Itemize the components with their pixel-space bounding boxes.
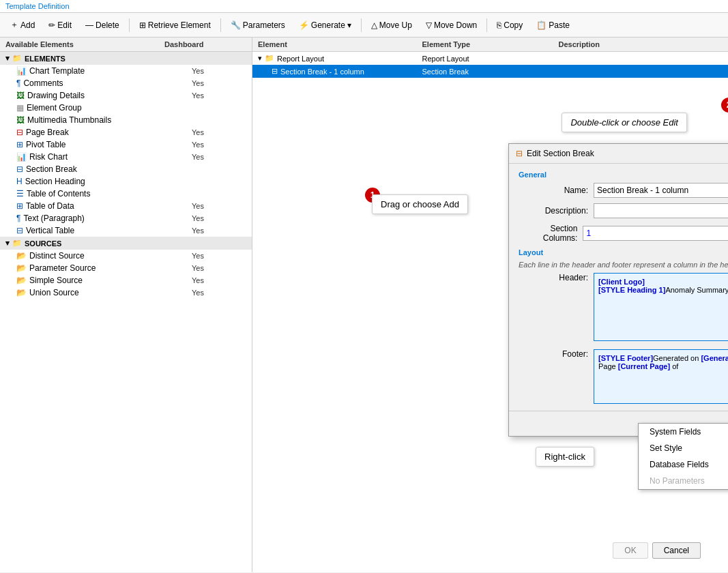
description-label: Description: — [519, 206, 594, 216]
multimedia-icon: 🖼 — [16, 115, 25, 125]
edit-button[interactable]: ✏ Edit — [42, 18, 78, 33]
section-columns-row: Section Columns: — [519, 224, 728, 243]
generate-button[interactable]: ⚡ Generate ▾ — [293, 18, 358, 33]
section-heading-icon: H — [16, 177, 23, 186]
sources-group-header[interactable]: ▾ 📁 SOURCES — [0, 237, 252, 250]
tree-item-table-data[interactable]: ⊞ Table of Data Yes — [0, 200, 252, 212]
risk-chart-icon: 📊 — [16, 152, 27, 162]
paste-icon: 📋 — [536, 20, 547, 30]
tree-item-risk-chart[interactable]: 📊 Risk Chart Yes — [0, 151, 252, 163]
description-input[interactable]: ✕ — [594, 203, 728, 218]
tree-item-page-break[interactable]: ⊟ Page Break Yes — [0, 126, 252, 138]
context-menu: System Fields ▶ Set Style ▶ Database Fie… — [638, 423, 728, 490]
tree-item-vertical-table[interactable]: ⊟ Vertical Table Yes — [0, 224, 252, 237]
tree-item-multimedia[interactable]: 🖼 Multimedia Thumbnails — [0, 114, 252, 126]
pivot-table-icon: ⊞ — [16, 140, 23, 149]
left-panel-header: Available Elements Dashboard — [0, 38, 252, 52]
retrieve-icon: ⊞ — [139, 20, 146, 30]
page-break-icon: ⊟ — [16, 128, 23, 137]
copy-icon: ⎘ — [497, 20, 501, 30]
general-section-label: General — [519, 171, 728, 179]
paste-button[interactable]: 📋 Paste — [530, 18, 576, 33]
bottom-ok-button[interactable]: OK — [613, 542, 647, 559]
tree-item-union-source[interactable]: 📂 Union Source Yes — [0, 286, 252, 299]
description-row: Description: ✕ — [519, 203, 728, 218]
tree-item-section-break[interactable]: ⊟ Section Break — [0, 163, 252, 175]
section-break-element-icon: ⊟ — [272, 67, 278, 76]
delete-button[interactable]: — Delete — [79, 18, 126, 33]
report-layout-collapse-icon: ▾ — [258, 54, 262, 63]
edit-section-break-dialog: ⊟ Edit Section Break — □ ✕ General Name: — [508, 143, 728, 437]
report-layout-icon: 📁 — [265, 54, 274, 63]
report-layout-row[interactable]: ▾ 📁 Report Layout Report Layout — [252, 52, 728, 65]
tree-item-parameter-source[interactable]: 📂 Parameter Source Yes — [0, 262, 252, 274]
dialog-titlebar: ⊟ Edit Section Break — □ ✕ — [509, 144, 728, 164]
simple-source-icon: 📂 — [16, 276, 27, 285]
add-button[interactable]: ＋ Add — [4, 16, 41, 33]
tree-item-section-heading[interactable]: H Section Heading — [0, 175, 252, 188]
collapse-icon: ▾ — [5, 54, 10, 63]
section-columns-label: Section Columns: — [519, 224, 583, 243]
sep3 — [361, 18, 362, 32]
header-editor[interactable]: [Client Logo] [STYLE Heading 1]Anomaly S… — [594, 273, 728, 341]
edit-icon: ✏ — [48, 20, 55, 30]
move-down-button[interactable]: ▽ Move Down — [420, 18, 483, 33]
distinct-source-icon: 📂 — [16, 251, 27, 261]
ctx-system-fields[interactable]: System Fields ▶ — [639, 424, 728, 440]
toolbar: ＋ Add ✏ Edit — Delete ⊞ Retrieve Element… — [0, 13, 728, 38]
elements-group-header[interactable]: ▾ 📁 ELEMENTS — [0, 52, 252, 65]
toc-icon: ☰ — [16, 189, 24, 199]
name-input[interactable]: Section Break - 1 column ✕ — [594, 183, 728, 198]
app-title: Template Definition — [5, 2, 70, 10]
tree-item-comments[interactable]: ¶ Comments Yes — [0, 77, 252, 89]
comments-icon: ¶ — [16, 78, 20, 88]
right-panel: Element Element Type Description ▾ 📁 Rep… — [252, 38, 728, 572]
tree-item-distinct-source[interactable]: 📂 Distinct Source Yes — [0, 250, 252, 262]
main-layout: Available Elements Dashboard ▾ 📁 ELEMENT… — [0, 38, 728, 572]
add-icon: ＋ — [10, 19, 18, 31]
ctx-no-parameters: No Parameters — [639, 473, 728, 489]
section-break-icon: ⊟ — [16, 164, 23, 174]
ctx-set-style[interactable]: Set Style ▶ — [639, 440, 728, 456]
section-columns-input[interactable] — [583, 226, 728, 241]
footer-editor[interactable]: [STYLE Footer]Generated on [Generation D… — [594, 349, 728, 404]
right-panel-header: Element Element Type Description — [252, 38, 728, 52]
element-group-icon: ▦ — [16, 103, 24, 113]
callout-double-click: Double-click or choose Edit — [562, 113, 687, 132]
move-up-button[interactable]: △ Move Up — [365, 18, 418, 33]
name-label: Name: — [519, 186, 594, 195]
dialog-icon: ⊟ — [516, 149, 523, 158]
copy-button[interactable]: ⎘ Copy — [491, 18, 529, 33]
bottom-buttons: OK Cancel — [613, 542, 701, 559]
dialog-title: Edit Section Break — [527, 149, 594, 158]
name-row: Name: Section Break - 1 column ✕ — [519, 183, 728, 198]
tree-item-drawing-details[interactable]: 🖼 Drawing Details Yes — [0, 89, 252, 102]
parameters-icon: 🔧 — [231, 20, 241, 30]
layout-note: Each line in the header and footer repre… — [519, 261, 728, 269]
layout-section: Layout Each line in the header and foote… — [519, 248, 728, 404]
drawing-icon: 🖼 — [16, 91, 25, 100]
bottom-cancel-button[interactable]: Cancel — [652, 542, 701, 559]
vertical-table-icon: ⊟ — [16, 226, 23, 235]
section-break-row[interactable]: ⊟ Section Break - 1 column Section Break — [252, 65, 728, 78]
tree-item-simple-source[interactable]: 📂 Simple Source Yes — [0, 274, 252, 286]
parameter-source-icon: 📂 — [16, 263, 27, 273]
table-data-icon: ⊞ — [16, 201, 23, 211]
move-up-icon: △ — [371, 20, 377, 30]
callout-right-click: Right-click — [536, 447, 594, 467]
header-label: Header: — [519, 273, 594, 282]
chart-template-icon: 📊 — [16, 66, 27, 76]
tree-item-pivot-table[interactable]: ⊞ Pivot Table Yes — [0, 138, 252, 151]
tree-item-chart-template[interactable]: 📊 Chart Template Yes — [0, 65, 252, 77]
parameters-button[interactable]: 🔧 Parameters — [224, 18, 291, 33]
retrieve-element-button[interactable]: ⊞ Retrieve Element — [133, 18, 217, 33]
sources-collapse-icon: ▾ — [5, 239, 10, 248]
tree-item-text-paragraph[interactable]: ¶ Text (Paragraph) Yes — [0, 212, 252, 224]
left-panel: Available Elements Dashboard ▾ 📁 ELEMENT… — [0, 38, 252, 572]
ctx-database-fields[interactable]: Database Fields — [639, 456, 728, 473]
sources-folder-icon: 📁 — [12, 239, 22, 248]
tree-item-element-group[interactable]: ▦ Element Group — [0, 102, 252, 114]
move-down-icon: ▽ — [426, 20, 432, 30]
tree-item-toc[interactable]: ☰ Table of Contents — [0, 188, 252, 200]
sep2 — [220, 18, 221, 32]
